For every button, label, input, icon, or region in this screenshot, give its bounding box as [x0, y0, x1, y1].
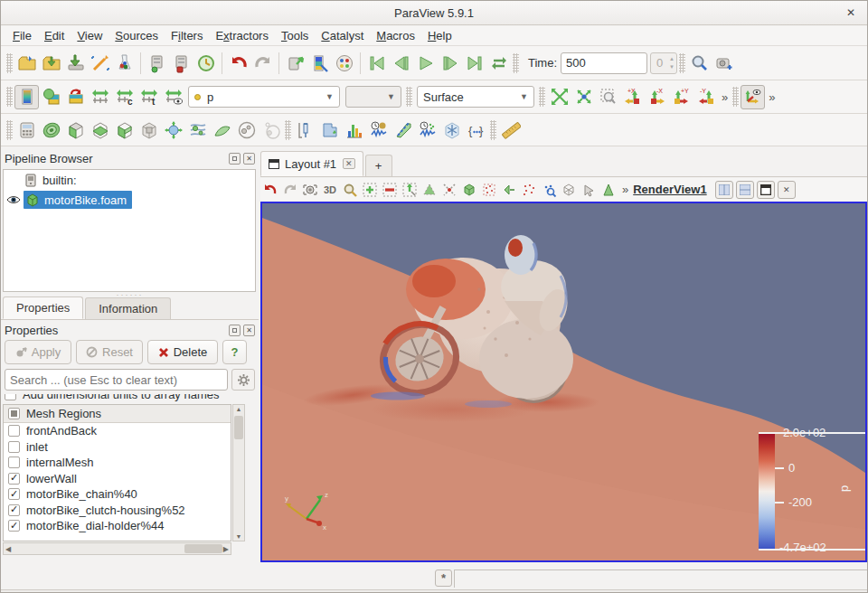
mesh-region-row[interactable]: frontAndBack — [4, 423, 231, 439]
color-by-combo[interactable]: p▼ — [188, 86, 340, 108]
zoom-to-box-icon[interactable] — [340, 180, 360, 200]
loop-icon[interactable] — [486, 51, 511, 75]
export-scene-icon[interactable] — [88, 51, 112, 75]
open-icon[interactable] — [14, 51, 39, 75]
menu-sources[interactable]: Sources — [108, 27, 165, 44]
scrollbar-thumb[interactable] — [234, 416, 243, 439]
reset-button[interactable]: Reset — [76, 340, 143, 364]
clipped-option-row[interactable]: Add dimensional units to array names — [5, 394, 220, 402]
mesh-region-row[interactable]: motorBike_clutch-housing%52 — [4, 503, 231, 519]
view-minus-x-icon[interactable]: -X — [645, 85, 669, 109]
render-view[interactable]: y z x 2.0e+02 0 -200 -4.7e+02 p — [260, 202, 867, 562]
extract-subset-icon[interactable] — [137, 118, 161, 142]
checkbox[interactable] — [5, 394, 16, 400]
scroll-down-icon[interactable]: ▼ — [233, 533, 244, 540]
maximize-view-button[interactable] — [757, 181, 775, 199]
set-solid-color-icon[interactable] — [39, 85, 63, 109]
zoom-to-box-icon[interactable] — [596, 85, 620, 109]
menu-file[interactable]: File — [6, 27, 38, 44]
mesh-region-row[interactable]: inlet — [4, 439, 231, 456]
checkbox[interactable] — [8, 473, 20, 485]
warp-by-vector-icon[interactable] — [210, 118, 234, 142]
reset-session-icon[interactable] — [193, 51, 218, 75]
toolbar-grip[interactable] — [285, 120, 291, 140]
save-data-icon[interactable] — [39, 51, 63, 75]
ruler-icon[interactable] — [498, 118, 523, 142]
plot-selection-over-time-icon[interactable] — [415, 118, 439, 142]
search-input[interactable] — [5, 369, 228, 391]
select-cells-rect-icon[interactable] — [360, 180, 380, 200]
select-block-icon[interactable] — [459, 180, 479, 200]
render-view-title[interactable]: RenderView1 — [633, 183, 706, 196]
visibility-eye-icon[interactable] — [4, 194, 24, 205]
toolbar-grip[interactable] — [406, 87, 412, 107]
auto-apply-icon[interactable] — [283, 51, 307, 75]
pick-center-icon[interactable] — [599, 180, 618, 200]
view-plus-y-icon[interactable]: +Y — [669, 85, 693, 109]
spin-arrows-icon[interactable]: ▲▼ — [669, 55, 675, 71]
collapse-panel-button[interactable]: * — [435, 569, 452, 587]
tristate-checkbox[interactable] — [8, 408, 20, 419]
toggle-2d-3d-icon[interactable]: 3D — [320, 180, 340, 200]
vertical-scrollbar[interactable]: ▲ ▼ — [232, 404, 245, 541]
hover-cells-icon[interactable] — [539, 180, 559, 200]
tab-close-icon[interactable]: ✕ — [343, 158, 355, 169]
show-orientation-axes-icon[interactable] — [741, 85, 765, 109]
capture-screenshot-icon[interactable] — [300, 180, 320, 200]
rescale-data-range-icon[interactable] — [88, 85, 112, 109]
toolbar-grip[interactable] — [490, 120, 496, 140]
checkbox[interactable] — [8, 504, 20, 516]
mesh-region-row[interactable]: motorBike_chain%40 — [4, 486, 231, 503]
view-toolbar-overflow-icon[interactable]: » — [618, 183, 631, 196]
camera-redo-icon[interactable] — [280, 180, 300, 200]
histogram-icon[interactable] — [342, 118, 366, 142]
apply-button[interactable]: Apply — [5, 340, 71, 364]
clip-icon[interactable] — [63, 118, 88, 142]
save-catalyst-state-icon[interactable] — [112, 51, 137, 75]
pick-point-icon[interactable] — [579, 180, 599, 200]
toolbar-grip[interactable] — [679, 53, 685, 73]
menu-view[interactable]: View — [71, 27, 108, 44]
first-frame-icon[interactable] — [364, 51, 389, 75]
gear-icon[interactable] — [231, 369, 255, 391]
horizontal-scrollbar[interactable]: ◀ ▶ — [3, 542, 231, 555]
temporal-interpolator-icon[interactable] — [439, 118, 464, 142]
calculator-icon[interactable] — [14, 118, 39, 142]
undock-icon[interactable] — [229, 325, 241, 336]
edit-color-map-icon[interactable] — [307, 51, 332, 75]
plot-over-line-icon[interactable] — [391, 118, 415, 142]
rescale-temporal-range-icon[interactable]: t — [137, 85, 161, 109]
color-palette-icon[interactable] — [332, 51, 356, 75]
menu-help[interactable]: Help — [421, 27, 458, 44]
split-vertical-button[interactable] — [736, 181, 754, 199]
scroll-up-icon[interactable]: ▲ — [233, 406, 244, 412]
interactive-select-cells-icon[interactable] — [479, 180, 499, 200]
last-frame-icon[interactable] — [462, 51, 486, 75]
checkbox[interactable] — [8, 425, 20, 437]
close-panel-icon[interactable]: ✕ — [243, 325, 255, 336]
pipeline-item-builtin[interactable]: builtin: — [4, 170, 255, 190]
color-legend-bar[interactable] — [759, 433, 775, 550]
toolbar-grip[interactable] — [6, 87, 13, 107]
menu-macros[interactable]: Macros — [370, 27, 421, 44]
close-panel-icon[interactable]: ✕ — [243, 153, 255, 165]
tab-information[interactable]: Information — [85, 297, 171, 319]
select-frustum-icon[interactable] — [400, 180, 420, 200]
menu-filters[interactable]: Filters — [165, 27, 209, 44]
new-layout-tab-button[interactable]: + — [365, 155, 392, 176]
toolbar-grip[interactable] — [513, 53, 519, 73]
toolbar-grip[interactable] — [6, 53, 13, 73]
save-extracts-icon[interactable] — [63, 51, 88, 75]
toolbar-grip[interactable] — [6, 120, 13, 140]
tab-properties[interactable]: Properties — [3, 296, 83, 319]
close-view-button[interactable]: ✕ — [778, 181, 796, 199]
delete-button[interactable]: Delete — [147, 340, 218, 364]
screenshot-tool-icon[interactable] — [712, 51, 736, 75]
mesh-region-row[interactable]: motorBike_dial-holder%44 — [4, 518, 231, 534]
pipeline-item-motorbike[interactable]: motorBike.foam — [4, 190, 255, 210]
mesh-regions-header[interactable]: Mesh Regions — [4, 405, 231, 423]
selected-pipeline-item[interactable]: motorBike.foam — [24, 191, 132, 209]
previous-frame-icon[interactable] — [389, 51, 413, 75]
checkbox[interactable] — [8, 520, 20, 532]
interactive-select-points-icon[interactable] — [499, 180, 519, 200]
